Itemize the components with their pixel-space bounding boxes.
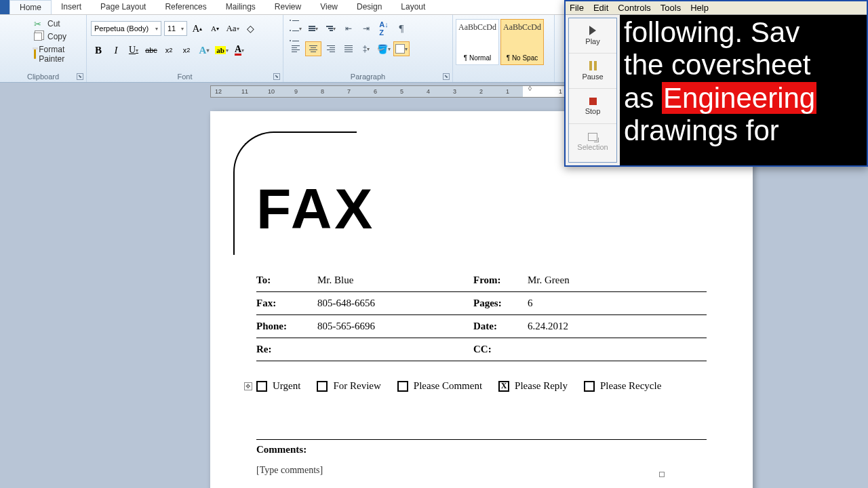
check-for-review[interactable]: For Review <box>317 380 380 392</box>
paste-button[interactable] <box>4 18 31 65</box>
font-size-value: 11 <box>167 24 176 33</box>
subscript-button[interactable]: x2 <box>161 43 176 58</box>
clipboard-dialog-launcher[interactable]: ⬊ <box>77 73 83 80</box>
paragraph-dialog-launcher[interactable]: ⬊ <box>443 73 450 80</box>
pause-label: Pause <box>582 73 603 81</box>
decrease-indent-button[interactable]: ⇤ <box>340 21 357 36</box>
check-please-recycle-label: Please Recycle <box>600 380 661 392</box>
font-color-button[interactable]: A▾ <box>232 43 247 58</box>
font-group: Perpetua (Body)▾ 11▾ A▴ A▾ Aa▾ ◇ B I U▾ … <box>87 15 283 82</box>
font-size-dropdown[interactable]: 11▾ <box>164 21 187 36</box>
font-name-value: Perpetua (Body) <box>94 24 149 33</box>
document-page[interactable]: FAX To: Mr. Blue From: Mr. Green Fax: 80… <box>210 111 753 488</box>
checkbox-icon[interactable] <box>317 381 328 392</box>
multilevel-list-button[interactable]: ▾ <box>323 21 339 36</box>
transcript-text: the coversheet <box>624 49 811 81</box>
ruler-tick: 9 <box>294 88 298 95</box>
borders-button[interactable]: ▾ <box>393 41 410 56</box>
font-color-icon: A <box>235 45 241 56</box>
fax-checkboxes-row[interactable]: ✥ Urgent For Review Please Comment XPlea… <box>256 380 707 392</box>
italic-button[interactable]: I <box>108 43 123 58</box>
check-urgent-label: Urgent <box>273 380 300 392</box>
highlight-button[interactable]: ab▾ <box>214 43 229 58</box>
stop-button[interactable]: Stop <box>569 89 616 124</box>
underline-button[interactable]: U▾ <box>126 43 141 58</box>
font-dialog-launcher[interactable]: ⬊ <box>273 73 280 80</box>
stop-icon <box>589 98 597 105</box>
style-normal[interactable]: AaBbCcDd ¶ Normal <box>456 19 499 65</box>
transcript-text: drawings for <box>624 115 779 146</box>
tab-design[interactable]: Design <box>347 0 391 14</box>
shrink-font-button[interactable]: A▾ <box>208 21 222 36</box>
tab-page-layout[interactable]: Page Layout <box>91 0 155 14</box>
line-spacing-button[interactable]: ‡▾ <box>358 41 374 56</box>
check-please-reply[interactable]: XPlease Reply <box>498 380 568 392</box>
tab-layout[interactable]: Layout <box>391 0 435 14</box>
player-menu-controls[interactable]: Controls <box>618 3 650 13</box>
align-left-button[interactable] <box>288 41 304 56</box>
tab-view[interactable]: View <box>311 0 347 14</box>
file-tab[interactable] <box>0 0 9 14</box>
bullets-button[interactable]: ▾ <box>288 21 304 36</box>
clipboard-group: ✂Cut Copy Format Painter Clipboard ⬊ <box>0 15 87 82</box>
copy-button[interactable]: Copy <box>34 32 82 41</box>
checkbox-icon[interactable]: X <box>498 381 509 392</box>
clear-formatting-button[interactable]: ◇ <box>243 21 258 36</box>
justify-button[interactable] <box>340 41 357 56</box>
check-please-recycle[interactable]: Please Recycle <box>584 380 661 392</box>
check-urgent[interactable]: Urgent <box>256 380 300 392</box>
tab-home[interactable]: Home <box>9 0 52 14</box>
player-menu-tools[interactable]: Tools <box>660 3 681 13</box>
grow-font-button[interactable]: A▴ <box>190 21 205 36</box>
style-no-spacing-label: ¶ No Spac <box>502 54 542 62</box>
checkbox-icon[interactable] <box>256 381 267 392</box>
align-center-button[interactable] <box>305 41 321 56</box>
chevron-down-icon: ▾ <box>155 26 158 32</box>
tab-insert[interactable]: Insert <box>52 0 91 14</box>
pause-icon <box>589 61 597 70</box>
play-button[interactable]: Play <box>569 18 616 54</box>
checkbox-icon[interactable] <box>397 381 408 392</box>
ruler-tick: 3 <box>453 88 456 95</box>
borders-icon <box>395 44 405 54</box>
chevron-down-icon: ▾ <box>181 26 184 32</box>
ruler-tick: 4 <box>427 88 430 95</box>
tab-mailings[interactable]: Mailings <box>216 0 265 14</box>
sort-button[interactable]: A↓Z <box>376 21 392 36</box>
player-menu-file[interactable]: File <box>570 3 584 13</box>
indent-marker[interactable]: ◊ <box>528 85 532 92</box>
copy-label: Copy <box>47 32 66 41</box>
brush-icon <box>34 49 36 59</box>
transcript-text: as <box>624 82 662 114</box>
increase-indent-button[interactable]: ⇥ <box>358 21 374 36</box>
change-case-button[interactable]: Aa▾ <box>225 21 240 36</box>
align-right-button[interactable] <box>323 41 339 56</box>
comments-placeholder[interactable]: [Type comments] <box>256 465 707 476</box>
pause-button[interactable]: Pause <box>569 54 616 89</box>
show-hide-marks-button[interactable]: ¶ <box>393 21 410 36</box>
format-painter-button[interactable]: Format Painter <box>34 45 82 64</box>
strikethrough-button[interactable]: abc <box>144 43 159 58</box>
tab-review[interactable]: Review <box>265 0 311 14</box>
player-menu-edit[interactable]: Edit <box>593 3 608 13</box>
table-move-handle[interactable]: ✥ <box>244 382 252 390</box>
player-menu-help[interactable]: Help <box>690 3 709 13</box>
check-please-comment[interactable]: Please Comment <box>397 380 482 392</box>
style-preview: AaBbCcDd <box>458 22 497 33</box>
clipboard-group-label: Clipboard <box>0 73 86 81</box>
text-effects-button[interactable]: A▾ <box>197 43 212 58</box>
tab-references[interactable]: References <box>155 0 216 14</box>
superscript-button[interactable]: x2 <box>179 43 194 58</box>
check-please-comment-label: Please Comment <box>414 380 482 392</box>
font-name-dropdown[interactable]: Perpetua (Body)▾ <box>91 21 161 36</box>
stop-label: Stop <box>585 107 601 115</box>
checkbox-icon[interactable] <box>584 381 595 392</box>
instructions-player-window[interactable]: File Edit Controls Tools Help Play Pause… <box>564 0 868 167</box>
numbering-button[interactable]: ▾ <box>305 21 321 36</box>
cut-button[interactable]: ✂Cut <box>34 19 82 28</box>
style-normal-label: ¶ Normal <box>458 54 497 62</box>
bold-button[interactable]: B <box>91 43 106 58</box>
style-no-spacing[interactable]: AaBbCcDd ¶ No Spac <box>500 19 544 65</box>
shading-button[interactable]: 🪣▾ <box>376 41 392 56</box>
check-for-review-label: For Review <box>333 380 380 392</box>
